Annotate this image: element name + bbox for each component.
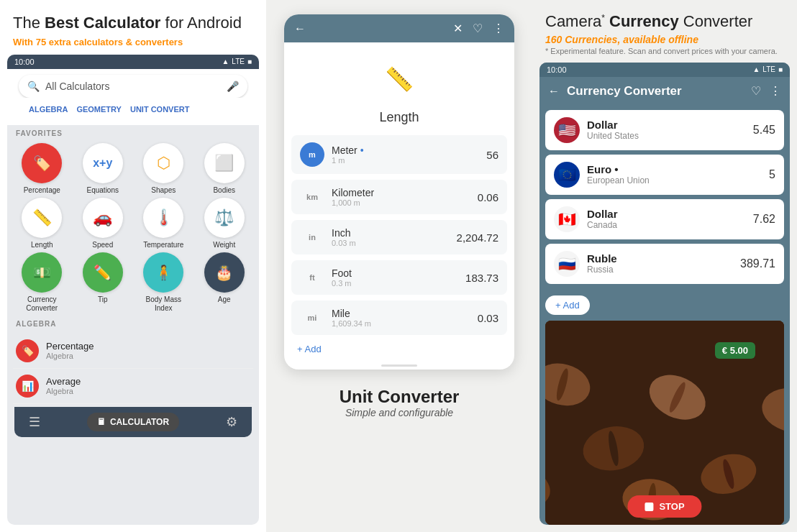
currency-icon-circle: 💵 <box>22 252 62 293</box>
list-item-average[interactable]: 📊 Average Algebra <box>13 369 253 404</box>
foot-badge: ft <box>300 273 324 282</box>
km-value: 0.06 <box>478 191 498 203</box>
menu-icon[interactable]: ☰ <box>29 414 40 430</box>
conv-row-meter[interactable]: m Meter • 1 m 56 <box>291 135 507 174</box>
tab-algebra[interactable]: ALGEBRA <box>24 102 72 116</box>
rub-amount: 389.71 <box>740 257 775 270</box>
eur-country: European Union <box>587 175 650 185</box>
tip-icon-circle: ✏️ <box>83 252 123 293</box>
cad-name: Dollar <box>587 208 618 220</box>
algebra-list: 🏷️ Percentage Algebra 📊 Average Algebra <box>7 331 259 407</box>
p3-heart-icon[interactable]: ♡ <box>751 84 761 98</box>
p3-more-icon[interactable]: ⋮ <box>770 84 781 98</box>
currency-row-rub[interactable]: 🇷🇺 Ruble Russia 389.71 <box>545 244 784 284</box>
p2-topbar: ← ✕ ♡ ⋮ <box>284 14 514 42</box>
phone-screen-3: 10:00 ▲ LTE ■ ← Currency Converter ♡ ⋮ 🇺… <box>539 63 790 525</box>
panel-2: ← ✕ ♡ ⋮ 📏 Length m Meter • 1 m <box>266 0 532 532</box>
icon-age[interactable]: 🎂 Age <box>196 252 254 313</box>
equations-icon: x+y <box>93 157 112 170</box>
currency-row-eur[interactable]: 🇪🇺 Euro • European Union 5 <box>545 155 784 195</box>
p3-wifi-icon: ▲ <box>752 65 760 73</box>
favorites-grid: 🏷️ Percentage x+y Equations ⬡ Shapes ⬜ <box>7 140 259 316</box>
icon-bodies[interactable]: ⬜ Bodies <box>196 143 254 195</box>
stop-button[interactable]: STOP <box>627 495 701 518</box>
shapes-icon: ⬡ <box>157 154 170 173</box>
flag-usd: 🇺🇸 <box>554 117 580 143</box>
speed-icon-circle: 🚗 <box>83 198 123 238</box>
p2-back-icon[interactable]: ← <box>294 22 306 35</box>
icon-shapes[interactable]: ⬡ Shapes <box>135 143 193 195</box>
algebra-section-label: ALGEBRA <box>7 316 259 331</box>
search-input[interactable]: All Calculators <box>45 81 221 92</box>
icon-weight[interactable]: ⚖️ Weight <box>196 198 254 249</box>
cad-country: Canada <box>587 220 618 230</box>
conv-row-inch[interactable]: in Inch 0.03 m 2,204.72 <box>291 220 507 254</box>
p2-bottom-section: Unit Converter Simple and configurable <box>325 370 474 426</box>
shapes-label: Shapes <box>151 186 176 195</box>
icon-bmi[interactable]: 🧍 Body MassIndex <box>135 252 193 313</box>
icon-temperature[interactable]: 🌡️ Temperature <box>135 198 193 249</box>
inch-value: 2,204.72 <box>457 231 498 244</box>
panel1-subtitle: With 75 extra calculators & converters <box>13 37 253 47</box>
status-bar-1: 10:00 ▲ LTE ■ <box>7 55 259 69</box>
temperature-label: Temperature <box>143 241 183 249</box>
p2-close-icon[interactable]: ✕ <box>453 22 463 35</box>
meter-value: 56 <box>486 149 498 161</box>
icon-equations[interactable]: x+y Equations <box>74 143 132 195</box>
p2-bottom-sub: Simple and configurable <box>340 407 460 418</box>
search-bar[interactable]: 🔍 All Calculators 🎤 <box>19 75 247 98</box>
p2-add-button[interactable]: + Add <box>291 341 507 357</box>
icon-currency-converter[interactable]: 💵 CurrencyConverter <box>13 252 71 313</box>
battery-icon: ■ <box>247 58 252 65</box>
list-average-name: Average <box>46 376 81 387</box>
p2-heart-icon[interactable]: ♡ <box>473 22 483 35</box>
usd-amount: 5.45 <box>753 124 775 137</box>
calc-badge[interactable]: 🖩 CALCULATOR <box>87 413 179 431</box>
p2-bottom-title: Unit Converter <box>340 387 460 407</box>
percentage-label: Percentage <box>24 186 60 195</box>
meter-sub: 1 m <box>332 156 364 165</box>
rub-name: Ruble <box>587 252 617 265</box>
mile-name: Mile <box>332 308 371 319</box>
p3-topbar: ← Currency Converter ♡ ⋮ <box>539 77 790 106</box>
bmi-icon-circle: 🧍 <box>143 252 183 293</box>
currency-row-cad[interactable]: 🇨🇦 Dollar Canada 7.62 <box>545 199 784 239</box>
tab-geometry[interactable]: GEOMETRY <box>72 102 126 116</box>
conv-row-km[interactable]: km Kilometer 1,000 m 0.06 <box>291 180 507 214</box>
usd-name: Dollar <box>587 119 639 131</box>
price-badge: € 5.00 <box>715 342 755 359</box>
phone-screen-2: ← ✕ ♡ ⋮ 📏 Length m Meter • 1 m <box>284 14 514 370</box>
eur-name: Euro • <box>587 163 650 175</box>
p3-subtitle: 160 Currencies, available offline <box>545 34 784 45</box>
bodies-label: Bodies <box>213 186 235 195</box>
icon-percentage[interactable]: 🏷️ Percentage <box>13 143 71 195</box>
p3-status-time: 10:00 <box>547 65 567 74</box>
inch-sub: 0.03 m <box>332 239 356 247</box>
mile-value: 0.03 <box>478 312 498 324</box>
icon-length[interactable]: 📏 Length <box>13 198 71 249</box>
km-badge: km <box>300 193 324 201</box>
icon-tip[interactable]: ✏️ Tip <box>74 252 132 313</box>
weight-label: Weight <box>213 241 235 249</box>
panel-1: The Best Calculator for Android With 75 … <box>0 0 266 532</box>
icon-speed[interactable]: 🚗 Speed <box>74 198 132 249</box>
equations-label: Equations <box>87 186 119 195</box>
tabs-row: ALGEBRA GEOMETRY UNIT CONVERT <box>19 98 247 121</box>
p3-add-button[interactable]: + Add <box>545 295 590 315</box>
search-icon: 🔍 <box>27 81 40 92</box>
conv-row-mile[interactable]: mi Mile 1,609.34 m 0.03 <box>291 301 507 335</box>
settings-icon[interactable]: ⚙ <box>226 414 237 430</box>
bottom-nav-1: ☰ 🖩 CALCULATOR ⚙ <box>14 407 252 437</box>
bmi-label: Body MassIndex <box>146 295 181 313</box>
p2-more-icon[interactable]: ⋮ <box>493 22 504 35</box>
tab-unit-convert[interactable]: UNIT CONVERT <box>126 102 194 116</box>
currency-row-usd[interactable]: 🇺🇸 Dollar United States 5.45 <box>545 110 784 150</box>
conv-row-foot[interactable]: ft Foot 0.3 m 183.73 <box>291 260 507 295</box>
flag-rub: 🇷🇺 <box>554 251 580 277</box>
stop-icon <box>645 503 653 511</box>
currency-list: 🇺🇸 Dollar United States 5.45 🇪🇺 Euro • <box>539 106 790 293</box>
list-item-percentage[interactable]: 🏷️ Percentage Algebra <box>13 334 253 369</box>
list-average-icon: 📊 <box>16 375 39 398</box>
p3-back-icon[interactable]: ← <box>548 85 560 98</box>
p3-subtitle-note: * Experimental feature. Scan and convert… <box>545 47 784 55</box>
